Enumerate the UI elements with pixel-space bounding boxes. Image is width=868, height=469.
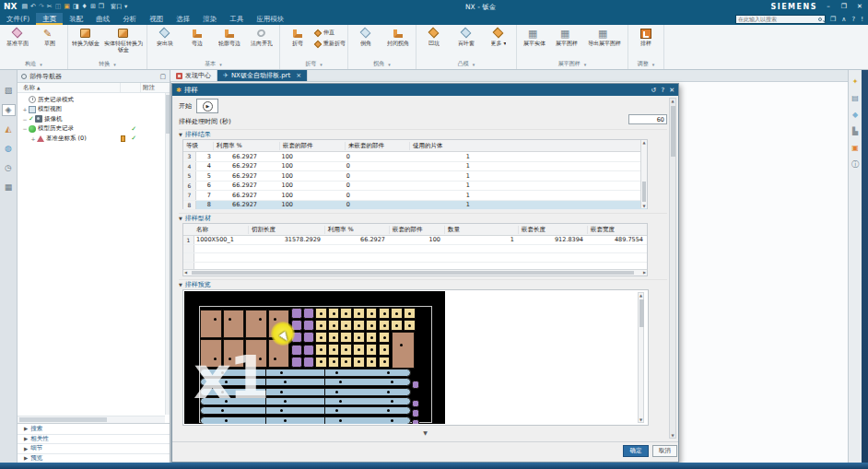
panel-pin-icon[interactable] [21, 74, 27, 79]
tree-expander-icon[interactable]: − [21, 125, 29, 132]
ribbon-group-label-6[interactable]: 展平图样▾ [519, 59, 626, 69]
menu-tab-analysis[interactable]: 分析 [116, 13, 143, 25]
copy-icon[interactable]: ◫ [55, 4, 62, 10]
scrollbar-thumb[interactable] [19, 417, 107, 422]
fullscreen-icon[interactable]: ❒ [830, 16, 836, 23]
cancel-button[interactable]: 取消 [652, 445, 677, 457]
ribbon-group-label-1[interactable]: 转换▾ [70, 59, 145, 69]
undo-icon[interactable]: ↶ [30, 4, 36, 10]
ribbon-button-convert-sheetmetal[interactable]: 转换为钣金 [70, 26, 101, 47]
tree-horizontal-scrollbar[interactable] [18, 416, 165, 423]
tree-item-3[interactable]: −模型历史记录✓ [18, 124, 170, 135]
help-icon[interactable]: ? [851, 16, 855, 23]
menu-tab-curve[interactable]: 曲线 [89, 13, 116, 25]
nav-section-search[interactable]: ▶搜索 [18, 424, 170, 434]
menu-tab-view[interactable]: 视图 [143, 13, 170, 25]
preview-scrollbar[interactable]: ▲▼ [638, 292, 644, 423]
ribbon-button-export-flat-pattern[interactable]: ▦导出展平图样 [583, 26, 626, 47]
redo-icon[interactable]: ↷ [39, 4, 44, 10]
window-icon[interactable]: ❒ [99, 4, 104, 10]
window-menu[interactable]: 窗口 ▾ [111, 3, 127, 11]
minimize-ribbon-icon[interactable]: ∧ [841, 16, 846, 23]
preview-canvas[interactable]: x1 [184, 291, 445, 424]
assembly-navigator-icon[interactable]: ▧ [2, 85, 16, 97]
nav-section-preview[interactable]: ▶预览 [18, 453, 170, 463]
scrollbar-thumb[interactable] [166, 95, 170, 134]
results-row-6[interactable]: 6666.292710001 [183, 182, 647, 192]
nesting-icon[interactable]: ▣ [851, 145, 859, 152]
doc-tab-discover-center[interactable]: 发现中心 [170, 70, 217, 81]
paste-icon[interactable]: ▣ [64, 4, 70, 10]
close-button[interactable]: ✕ [855, 3, 864, 10]
ribbon-group-label-5[interactable]: 凸模▾ [418, 59, 514, 69]
dialog-titlebar[interactable]: ✱ 排样 ↺ ? ✕ [172, 84, 678, 96]
tree-expander-icon[interactable]: + [29, 135, 37, 142]
notification-icon[interactable]: ! [861, 16, 863, 23]
tree-item-1[interactable]: +模型视图 [18, 105, 170, 115]
ok-button[interactable]: 确定 [623, 445, 649, 457]
menu-tab-select[interactable]: 选择 [170, 13, 196, 25]
menu-tab-tools[interactable]: 工具 [223, 13, 250, 25]
ribbon-button-sketch[interactable]: ✎草图 [34, 26, 65, 47]
dependencies-icon[interactable]: ▤ [851, 95, 859, 102]
ribbon-button-closed-corner[interactable]: 封闭拐角 [382, 26, 414, 47]
ribbon-button-solid-to-sheetmetal[interactable]: 实体特征转换为钣金 [102, 26, 145, 53]
ribbon-group-label-0[interactable]: 构造▾ [2, 59, 65, 69]
favorites-icon[interactable]: ✦ [852, 78, 859, 86]
ribbon-button-tab[interactable]: 突出块 [149, 26, 181, 47]
ribbon-group-label-4[interactable]: 拐角▾ [350, 59, 414, 69]
nav-section-details[interactable]: ▶细节 [18, 443, 170, 453]
save-icon[interactable]: ▤ [21, 4, 28, 10]
dialog-reset-icon[interactable]: ↺ [651, 87, 657, 94]
preview-section-header[interactable]: ▼ 排样预览 [179, 279, 667, 288]
tree-item-4[interactable]: +基准坐标系 (0)✓ [18, 134, 170, 144]
dialog-scrollbar[interactable]: ▲▼ [669, 98, 676, 439]
profiles-row-empty[interactable] [183, 253, 647, 263]
part-navigator-icon[interactable]: ◈ [2, 104, 16, 116]
ribbon-button-unbend[interactable]: 伸直 [314, 29, 346, 37]
results-section-header[interactable]: ▼ 排样结果 [179, 129, 667, 138]
ribbon-group-label-7[interactable]: 调整▾ [630, 59, 662, 69]
datum-icon[interactable]: ◆ [852, 111, 858, 119]
menu-tab-file[interactable]: 文件(F) [0, 13, 36, 25]
results-row-5[interactable]: 5566.292710001 [183, 171, 647, 182]
doc-tab-part[interactable]: ✈NX钣金自动排板.prt× [217, 70, 308, 81]
results-row-7[interactable]: 7766.292710001 [183, 191, 647, 201]
scrollbar-thumb[interactable] [671, 106, 675, 157]
ribbon-group-label-3[interactable]: 折弯▾ [282, 59, 346, 69]
internet-icon[interactable]: ◍ [2, 143, 16, 155]
panel-popout-icon[interactable]: ▢ [159, 73, 166, 80]
results-row-8[interactable]: 8866.292710001 [183, 201, 647, 211]
mic-icon[interactable]: ♦ [82, 4, 88, 10]
search-input[interactable] [736, 16, 825, 23]
time-input[interactable] [628, 114, 667, 124]
results-row-4[interactable]: 4466.292710001 [183, 162, 647, 172]
menu-tab-home[interactable]: 主页 [36, 13, 63, 25]
profiles-row-empty[interactable] [183, 245, 647, 254]
ribbon-button-nesting[interactable]: 排样 [630, 26, 662, 47]
ribbon-button-dimple[interactable]: 凹坑 [418, 26, 450, 47]
cut-icon[interactable]: ✂ [47, 4, 53, 10]
ribbon-button-rebend[interactable]: 重新折弯 [314, 40, 346, 48]
tree-expander-icon[interactable]: − [21, 116, 29, 123]
dialog-help-icon[interactable]: ? [661, 87, 664, 94]
results-row-3[interactable]: 3366.292710001 [183, 152, 647, 162]
ribbon-button-more[interactable]: 更多 ▾ [483, 26, 514, 47]
ribbon-button-louver[interactable]: 百叶窗 [451, 26, 482, 47]
close-tab-icon[interactable]: × [296, 72, 301, 79]
touch-icon[interactable]: ⊞ [90, 4, 96, 10]
ribbon-button-datum-plane[interactable]: 基准平面 [2, 26, 33, 47]
tree-vertical-scrollbar[interactable] [165, 93, 170, 415]
scrollbar-thumb[interactable] [642, 182, 646, 202]
menu-tab-assemblies[interactable]: 装配 [63, 13, 89, 25]
constraint-navigator-icon[interactable]: ◭ [2, 123, 16, 135]
ribbon-button-flat-solid[interactable]: ▦展平实体 [519, 26, 550, 47]
ribbon-button-normal-cutout[interactable]: 法向开孔 [246, 26, 277, 47]
scrollbar-thumb[interactable] [192, 271, 634, 275]
sort-ascending-icon[interactable]: ▲ [37, 86, 40, 90]
tree-item-0[interactable]: 历史记录模式 [18, 95, 170, 105]
profiles-row-1[interactable]: 11000X500_131578.292966.29271001912.8394… [183, 236, 647, 245]
scrollbar-thumb[interactable] [639, 299, 644, 327]
ribbon-button-flat-pattern[interactable]: ▦展平图样 [551, 26, 582, 47]
roles-icon[interactable]: ▦ [2, 182, 16, 193]
